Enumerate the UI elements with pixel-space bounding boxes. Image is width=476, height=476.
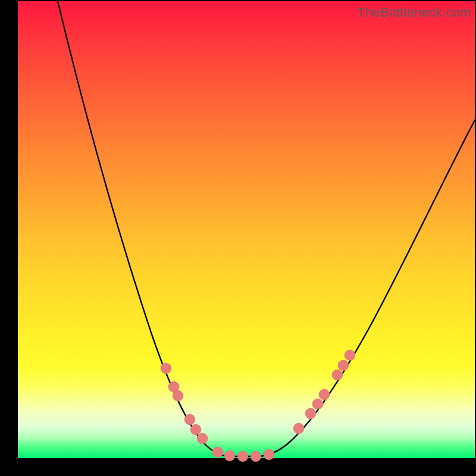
highlight-dot <box>319 389 330 400</box>
highlight-dot <box>224 450 235 461</box>
highlight-dot <box>237 451 248 462</box>
highlight-dot <box>250 451 261 462</box>
highlight-dot <box>197 433 208 444</box>
highlight-dot <box>338 360 349 371</box>
highlight-dot <box>184 414 195 425</box>
chart-frame: TheBottleneck.com <box>0 0 476 476</box>
highlight-dot <box>312 399 323 409</box>
highlight-dot <box>264 449 274 460</box>
highlight-dot <box>212 447 223 458</box>
curve-svg <box>18 1 475 458</box>
highlight-dots-group <box>161 350 355 462</box>
plot-area: TheBottleneck.com <box>18 1 475 458</box>
highlight-dot <box>293 423 304 434</box>
highlight-dot <box>161 363 171 374</box>
highlight-dot <box>305 408 316 419</box>
highlight-dot <box>332 369 343 380</box>
highlight-dot <box>173 390 183 401</box>
highlight-dot <box>190 424 201 435</box>
bottleneck-curve <box>58 1 475 456</box>
highlight-dot <box>345 350 355 361</box>
